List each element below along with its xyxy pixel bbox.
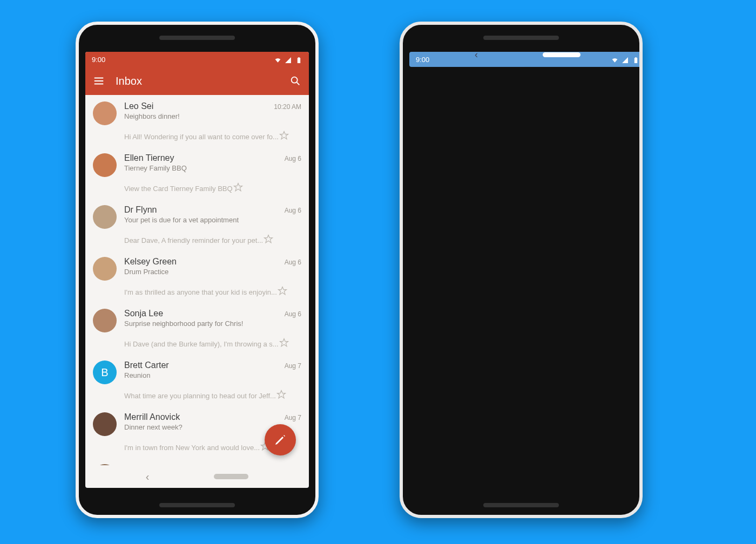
email-time: Aug 6 bbox=[285, 155, 301, 162]
email-sender: Sonja Lee bbox=[124, 309, 163, 318]
svg-point-0 bbox=[292, 77, 298, 83]
email-preview: I'm as thrilled as anyone that your kid … bbox=[124, 288, 277, 296]
email-preview: Hi All! Wondering if you all want to com… bbox=[124, 133, 279, 141]
star-outline-icon[interactable] bbox=[277, 285, 288, 296]
status-time: 9:00 bbox=[92, 56, 105, 64]
email-subject: Your pet is due for a vet appointment bbox=[124, 216, 301, 224]
email-time: Aug 6 bbox=[285, 259, 301, 266]
pencil-icon bbox=[274, 433, 287, 446]
email-time: Aug 7 bbox=[285, 362, 301, 370]
phone-speaker-bottom bbox=[483, 503, 559, 507]
star-outline-icon[interactable] bbox=[233, 182, 244, 193]
phone-speaker-top bbox=[483, 36, 559, 40]
email-row[interactable]: Andy BrownBring Your Parents to Work Day… bbox=[85, 458, 309, 465]
system-nav-bar: ‹ bbox=[85, 465, 309, 488]
email-row[interactable]: Leo Sei10:20 AMNeighbors dinner!Hi All! … bbox=[85, 95, 309, 147]
email-sender: Merrill Anovick bbox=[124, 412, 180, 422]
email-subject: Surprise neighborhood party for Chris! bbox=[124, 319, 301, 328]
status-icons bbox=[273, 55, 302, 63]
email-preview: Hi Dave (and the Burke family), I'm thro… bbox=[124, 340, 279, 348]
status-bar: 9:00 bbox=[85, 52, 309, 67]
email-subject: Tierney Family BBQ bbox=[124, 164, 301, 172]
avatar bbox=[93, 257, 117, 281]
nav-home-pill[interactable] bbox=[543, 52, 580, 57]
app-title: Inbox bbox=[116, 75, 142, 87]
avatar bbox=[93, 412, 117, 436]
wifi-icon bbox=[274, 57, 281, 64]
email-preview: Dear Dave, A friendly reminder for your … bbox=[124, 236, 263, 244]
nav-back-icon[interactable]: ‹ bbox=[146, 471, 150, 483]
email-list[interactable]: Leo Sei10:20 AMNeighbors dinner!Hi All! … bbox=[85, 95, 309, 465]
star-outline-icon[interactable] bbox=[276, 389, 287, 400]
system-nav-bar: ‹ bbox=[409, 52, 643, 60]
email-sender: Brett Carter bbox=[124, 361, 169, 370]
phone-speaker-top bbox=[159, 36, 235, 40]
email-subject: Drum Practice bbox=[124, 268, 301, 276]
email-row[interactable]: Kelsey GreenAug 6Drum PracticeI'm as thr… bbox=[85, 250, 309, 302]
email-subject: Neighbors dinner! bbox=[124, 112, 301, 120]
email-preview: I'm in town from New York and would love… bbox=[124, 444, 260, 452]
phone-right: 9:00 M D bbox=[400, 22, 643, 518]
star-outline-icon[interactable] bbox=[263, 234, 274, 244]
hamburger-icon[interactable] bbox=[93, 75, 105, 87]
app-bar: Inbox bbox=[85, 67, 309, 95]
email-preview: View the Card Tierney Family BBQ bbox=[124, 185, 233, 193]
compose-fab[interactable] bbox=[265, 424, 296, 455]
email-time: Aug 6 bbox=[285, 310, 301, 318]
email-row[interactable]: BBrett CarterAug 7ReunionWhat time are y… bbox=[85, 354, 309, 406]
gmail-screen: 9:00 Inbox Leo Sei10:20 AMNeighbors dinn… bbox=[85, 52, 309, 488]
star-outline-icon[interactable] bbox=[279, 130, 289, 141]
avatar: B bbox=[93, 361, 117, 384]
email-time: Aug 6 bbox=[285, 207, 301, 214]
battery-icon bbox=[295, 57, 302, 64]
star-outline-icon[interactable] bbox=[279, 337, 289, 348]
email-sender: Dr Flynn bbox=[124, 205, 157, 215]
email-sender: Leo Sei bbox=[124, 101, 153, 111]
nav-back-icon[interactable]: ‹ bbox=[475, 52, 478, 60]
email-row[interactable]: Ellen TierneyAug 6Tierney Family BBQView… bbox=[85, 147, 309, 199]
avatar bbox=[93, 205, 117, 229]
avatar bbox=[93, 101, 117, 125]
email-sender: Ellen Tierney bbox=[124, 153, 174, 163]
signal-icon bbox=[285, 57, 292, 64]
email-time: 10:20 AM bbox=[274, 103, 301, 111]
avatar bbox=[93, 309, 117, 332]
email-row[interactable]: Dr FlynnAug 6Your pet is due for a vet a… bbox=[85, 199, 309, 250]
phone-speaker-bottom bbox=[159, 503, 235, 507]
email-preview: What time are you planning to head out f… bbox=[124, 392, 276, 400]
overview-screen: 9:00 M D bbox=[409, 52, 643, 67]
avatar bbox=[93, 153, 117, 177]
email-row[interactable]: Sonja LeeAug 6Surprise neighborhood part… bbox=[85, 302, 309, 354]
search-icon[interactable] bbox=[289, 75, 301, 87]
email-sender: Kelsey Green bbox=[124, 257, 177, 267]
phone-left: 9:00 Inbox Leo Sei10:20 AMNeighbors dinn… bbox=[76, 22, 319, 518]
nav-home-pill[interactable] bbox=[214, 474, 248, 479]
email-subject: Reunion bbox=[124, 371, 301, 379]
email-time: Aug 7 bbox=[285, 414, 301, 421]
